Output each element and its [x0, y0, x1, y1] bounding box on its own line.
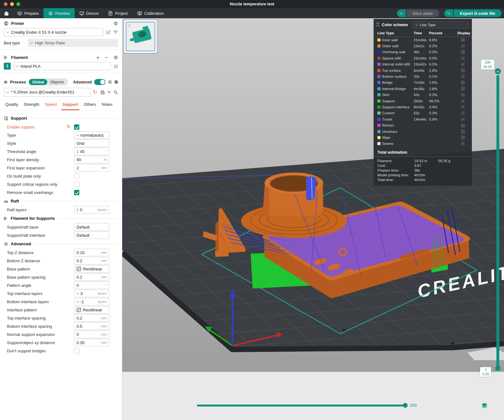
layer-slider-track[interactable] [496, 75, 499, 368]
filament-settings-gear-icon[interactable] [113, 55, 118, 60]
top-z-distance-input[interactable]: 0.15mm [74, 249, 109, 256]
display-checkbox[interactable] [461, 99, 465, 103]
edit-printer-icon[interactable] [106, 30, 111, 35]
tab-strength[interactable]: Strength [21, 99, 42, 110]
bottom-interface-layers-select[interactable]: -1layers [74, 298, 109, 305]
layers-button[interactable] [481, 403, 488, 409]
search-preset-icon[interactable] [113, 90, 118, 95]
filament-select[interactable]: Inland PLA [13, 62, 111, 70]
spinner-icon[interactable] [77, 208, 78, 212]
scope-objects[interactable]: Objects [47, 79, 67, 85]
threshold-angle-stepper[interactable]: 45° [74, 148, 109, 155]
display-checkbox[interactable] [461, 117, 465, 121]
move-slider-handle[interactable] [403, 403, 408, 408]
support-raft-base-select[interactable]: Default [74, 223, 109, 231]
display-checkbox[interactable] [461, 38, 465, 42]
delete-preset-icon[interactable]: × [108, 90, 111, 95]
display-checkbox[interactable] [461, 93, 465, 97]
display-checkbox[interactable] [461, 142, 465, 146]
tab-quality[interactable]: Quality [3, 99, 21, 110]
critical-regions-checkbox[interactable] [74, 182, 79, 187]
reset-preset-icon[interactable]: ↻ [93, 90, 97, 95]
top-interface-layers-select[interactable]: 3layers [74, 290, 109, 297]
spinner-icon[interactable] [77, 150, 78, 153]
preset-select[interactable]: * 0.20mm Juco @Creality Ender3S1 [4, 88, 90, 97]
display-checkbox[interactable] [461, 44, 465, 48]
legend-row: Outer wall23m1s9.2% [374, 43, 472, 49]
interface-pattern-select[interactable]: Rectilinear [74, 306, 109, 314]
layer-slider-add-button[interactable]: + [495, 68, 501, 74]
enable-support-checkbox[interactable] [74, 124, 79, 130]
first-layer-expansion-input[interactable]: 2mm [74, 164, 109, 172]
tab-calibration[interactable]: Calibration [133, 8, 169, 18]
dont-support-bridges-checkbox[interactable] [74, 348, 79, 354]
tab-speed[interactable]: Speed [42, 99, 60, 110]
base-pattern-select[interactable]: Rectilinear [74, 265, 109, 273]
printer-settings-gear-icon[interactable] [113, 21, 118, 26]
display-checkbox[interactable] [461, 81, 465, 85]
display-checkbox[interactable] [461, 105, 465, 109]
display-checkbox[interactable] [461, 111, 465, 115]
collapse-panel-icon[interactable] [377, 23, 379, 27]
3d-viewport[interactable]: CREALITY [122, 18, 504, 420]
display-checkbox[interactable] [461, 123, 465, 128]
display-checkbox[interactable] [461, 87, 465, 91]
layer-slider-handle[interactable] [495, 366, 501, 371]
display-checkbox[interactable] [461, 62, 465, 66]
tab-prepare[interactable]: Prepare [13, 8, 43, 18]
normal-support-expansion-input[interactable]: 0mm [74, 331, 109, 338]
tab-project[interactable]: Project [103, 8, 132, 18]
move-slider-track[interactable] [197, 405, 407, 406]
advanced-toggle[interactable] [94, 79, 106, 85]
support-type-select[interactable]: normal(auto) [74, 131, 109, 139]
param-list-icon[interactable] [108, 80, 112, 84]
tab-device[interactable]: Device [75, 8, 104, 18]
display-checkbox[interactable] [461, 129, 465, 133]
bottom-z-distance-input[interactable]: 0.2mm [74, 257, 109, 264]
on-build-plate-only-checkbox[interactable] [74, 173, 79, 179]
edit-filament-icon[interactable] [113, 64, 118, 69]
display-checkbox[interactable] [461, 135, 465, 139]
legend-row: Inner wall21m34s8.6% [374, 37, 472, 43]
tab-notes[interactable]: Notes [99, 99, 115, 110]
tab-preview[interactable]: Preview [43, 8, 74, 18]
display-checkbox[interactable] [461, 68, 465, 72]
printer-select[interactable]: Creality Ender-3 S1 0.4 nozzle [4, 28, 103, 36]
bottom-interface-spacing-input[interactable]: 0.5mm [74, 322, 109, 330]
pattern-angle-input[interactable]: 0° [74, 281, 109, 289]
add-filament-button[interactable]: + [96, 55, 99, 60]
display-checkbox[interactable] [461, 56, 465, 60]
slice-options-button[interactable] [397, 9, 406, 17]
bed-type-select[interactable]: High Temp Plate [28, 39, 118, 47]
support-raft-interface-select[interactable]: Default [74, 231, 109, 239]
slice-plate-button[interactable]: Slice plate [406, 9, 439, 17]
total-value: 38s [414, 168, 438, 172]
remove-small-overhangs-checkbox[interactable] [74, 190, 79, 195]
export-options-button[interactable] [444, 9, 453, 17]
reset-param-icon[interactable]: ↻ [67, 124, 71, 129]
param-row-critical: Support critical regions only [0, 180, 122, 188]
save-preset-icon[interactable] [100, 90, 105, 95]
chevron-down-icon [76, 133, 79, 136]
tab-support[interactable]: Support [60, 99, 81, 110]
line-type-percent: 6.3% [429, 62, 461, 66]
base-pattern-spacing-input[interactable]: 0.2mm [74, 273, 109, 281]
raft-layers-stepper[interactable]: 0layers [74, 206, 109, 213]
support-style-input[interactable]: Grid [74, 139, 109, 147]
color-scheme-select[interactable]: Line Type [413, 21, 469, 28]
scope-global[interactable]: Global [29, 79, 47, 85]
display-checkbox[interactable] [461, 50, 465, 54]
display-checkbox[interactable] [461, 75, 465, 79]
top-interface-spacing-input[interactable]: 0.2mm [74, 314, 109, 322]
filament-slot-badge[interactable]: 1 [4, 63, 11, 70]
remove-filament-button[interactable]: − [105, 55, 108, 60]
support-object-xy-distance-input[interactable]: 0.35mm [74, 339, 109, 346]
param-table-icon[interactable] [114, 80, 118, 84]
tab-others[interactable]: Others [81, 99, 99, 110]
home-button[interactable] [0, 8, 13, 18]
export-gcode-button[interactable]: Export G-code file [454, 9, 501, 17]
first-layer-density-input[interactable]: 90% [74, 156, 109, 163]
plate-thumbnail[interactable]: 1 [124, 20, 157, 53]
legend-row: Support interface8m32s3.4% [374, 104, 472, 110]
process-scope-toggle[interactable]: Global Objects [28, 78, 68, 86]
